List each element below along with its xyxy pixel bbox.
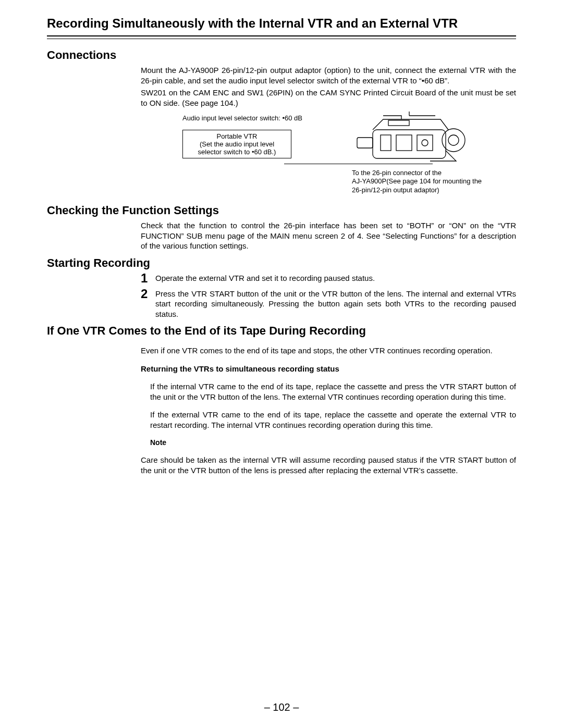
svg-rect-7 — [417, 135, 433, 151]
connections-diagram: Audio input level selector switch: •60 d… — [182, 114, 516, 198]
page-number: – 102 – — [0, 701, 563, 713]
svg-rect-0 — [373, 130, 446, 158]
connections-p1: Mount the AJ-YA900P 26-pin/12-pin output… — [141, 65, 516, 85]
svg-point-8 — [422, 140, 428, 146]
heading-connections: Connections — [47, 48, 516, 62]
svg-rect-2 — [388, 120, 409, 126]
endtape-note-label: Note — [150, 438, 516, 447]
endtape-note-text: Care should be taken as the internal VTR… — [141, 455, 516, 475]
page-title: Recording Simultaneously with the Intern… — [47, 16, 516, 31]
camera-icon — [352, 112, 482, 169]
step-number-1: 1 — [141, 272, 155, 285]
connections-p2: SW201 on the CAM ENC and SW1 (26PIN) on … — [141, 88, 516, 108]
step-number-2: 2 — [141, 288, 155, 300]
checking-body: Check that the function to control the 2… — [141, 220, 516, 251]
svg-point-4 — [448, 135, 459, 145]
step-text-1: Operate the external VTR and set it to r… — [155, 273, 375, 283]
svg-rect-1 — [357, 138, 373, 148]
heading-starting: Starting Recording — [47, 256, 516, 270]
endtape-p2: If the internal VTR came to the end of i… — [150, 381, 516, 402]
heading-checking: Checking the Function Settings — [47, 204, 516, 217]
endtape-p3: If the external VTR came to the end of i… — [150, 410, 516, 430]
diagram-26pin-caption: To the 26-pin connector of the AJ-YA900P… — [352, 169, 513, 194]
diagram-portable-vtr-box: Portable VTR (Set the audio input level … — [182, 130, 291, 158]
checking-p1: Check that the function to control the 2… — [141, 220, 516, 251]
step-row-2: 2 Press the VTR START button of the unit… — [141, 289, 516, 319]
portable-vtr-l1: Portable VTR — [186, 132, 288, 140]
manual-page: Recording Simultaneously with the Intern… — [0, 0, 563, 728]
caption-26-l1: To the 26-pin connector of the — [352, 169, 513, 177]
svg-rect-5 — [381, 135, 391, 151]
svg-rect-6 — [396, 135, 412, 151]
endtape-p1: Even if one VTR comes to the end of its … — [141, 346, 516, 356]
step-row-1: 1 Operate the external VTR and set it to… — [141, 273, 516, 285]
portable-vtr-l3: selector switch to •60 dB.) — [186, 148, 288, 156]
endtape-subheading: Returning the VTRs to simultaneous recor… — [141, 364, 516, 374]
caption-26-l3: 26-pin/12-pin output adaptor) — [352, 186, 513, 194]
portable-vtr-l2: (Set the audio input level — [186, 140, 288, 148]
endtape-body: Even if one VTR comes to the end of its … — [141, 346, 516, 475]
connections-body: Mount the AJ-YA900P 26-pin/12-pin output… — [141, 65, 516, 108]
title-rule — [47, 35, 516, 39]
step-text-2: Press the VTR START button of the unit o… — [155, 289, 516, 319]
heading-endtape: If One VTR Comes to the End of its Tape … — [47, 324, 516, 338]
caption-26-l2: AJ-YA900P(See page 104 for mounting the — [352, 177, 513, 186]
